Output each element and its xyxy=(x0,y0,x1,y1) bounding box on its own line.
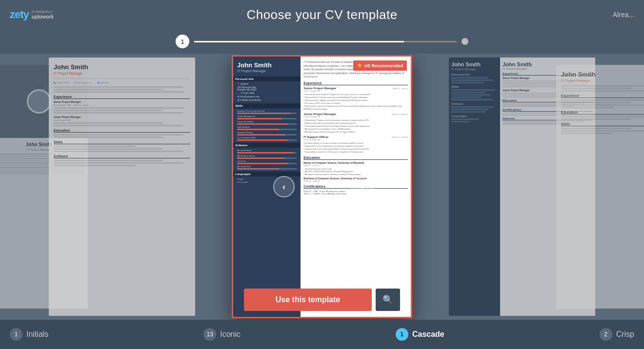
bottom-label-cascade[interactable]: 1 Cascade xyxy=(396,328,444,341)
iconic-cv-title: IT Project Manager xyxy=(54,72,190,75)
iconic-cv-preview: John Smith IT Project Manager 📞 798-987-… xyxy=(49,58,195,316)
logo-uptowork-text: uptowork xyxy=(32,14,54,19)
cascade-soft-ws: MS Windows Server xyxy=(237,155,297,159)
initials-label-text: Initials xyxy=(26,330,48,339)
cascade-skill-cs: Communication Skills xyxy=(237,136,297,141)
us-recommended-badge: ★ US Recommended xyxy=(353,60,407,71)
chevron-left-icon: ‹ xyxy=(282,182,285,192)
carousel-area: John Smith IT Project Manager Joh xyxy=(0,54,644,320)
iconic-soft-line-2 xyxy=(54,162,183,164)
iconic-exp-line-3 xyxy=(54,112,183,114)
iconic-line-2 xyxy=(54,89,163,90)
nav-arrow-left[interactable]: ‹ xyxy=(273,176,295,197)
bottom-labels-bar: 1 Initials 13 Iconic 1 Cascade 2 Crisp xyxy=(0,320,644,349)
iconic-skills-line-1 xyxy=(54,146,136,147)
crisp-sidebar: John Smith IT Project Manager Personal I… xyxy=(449,58,500,316)
iconic-exp-section: Experience xyxy=(54,95,190,99)
iconic-exp-line-1 xyxy=(54,107,183,109)
iconic-soft-section: Software xyxy=(54,155,190,158)
cascade-edu-title: Education xyxy=(303,156,408,160)
cascade-soft-me: Microsoft Excel xyxy=(237,165,297,170)
progress-step-1: 1 xyxy=(176,35,189,48)
cascade-skills-section: Skills xyxy=(233,103,301,108)
template-card-cascade[interactable]: ★ US Recommended John Smith IT Project M… xyxy=(232,55,412,318)
bottom-label-crisp[interactable]: 2 Crisp xyxy=(600,328,634,341)
logo-zety: zety xyxy=(10,8,29,21)
progress-dot-end xyxy=(462,38,468,45)
cascade-cv-layout: John Smith IT Project Manager Personal I… xyxy=(233,57,411,317)
progress-line xyxy=(194,41,457,42)
cascade-address-value: 130 Rightmeet WayPortland, ME 04522 xyxy=(237,86,297,91)
logo-formerly-text: FORMERLY xyxy=(32,10,54,15)
iconic-edu-section: Education xyxy=(54,129,190,133)
zoom-button[interactable]: 🔍 xyxy=(376,289,400,311)
crisp-software-label: Software xyxy=(451,102,498,105)
cascade-label-text: Cascade xyxy=(412,330,444,339)
crisp-label-text: Crisp xyxy=(616,330,634,339)
logo: zety FORMERLY uptowork xyxy=(10,8,54,21)
crisp-number: 2 xyxy=(600,328,612,341)
cascade-exp-itso: IT Support Officer 2002-08 - 2004-09 Gre… xyxy=(303,136,408,154)
iconic-soft-line-1 xyxy=(54,160,163,161)
iconic-cv-name: John Smith xyxy=(54,63,190,71)
iconic-edu-line-1 xyxy=(54,134,183,136)
crisp-title: IT Project Manager xyxy=(451,68,498,71)
nav-arrow-right[interactable]: › xyxy=(352,176,373,197)
cascade-number: 1 xyxy=(396,328,408,341)
template-card-far-right[interactable]: John Smith IT Project Manager Experience… xyxy=(556,65,644,309)
iconic-line-3 xyxy=(54,91,183,93)
chevron-right-icon: › xyxy=(361,182,364,192)
initials-number: 1 xyxy=(10,328,22,341)
logo-formerly-block: FORMERLY uptowork xyxy=(32,10,54,20)
iconic-skills-line-2 xyxy=(54,148,163,150)
action-buttons: Use this template 🔍 xyxy=(244,289,400,311)
cascade-exp-spm: Senior Project Manager 2006-12 - present… xyxy=(303,87,408,111)
iconic-edu-line-2 xyxy=(54,136,163,138)
template-track: John Smith IT Project Manager Joh xyxy=(0,54,644,320)
cascade-edu-bullets: • Graduated Summa Cum Laude. • Member of… xyxy=(303,168,408,176)
cascade-skill-ps: Project Scheduling xyxy=(237,120,297,125)
iconic-label-text: Iconic xyxy=(220,330,241,339)
crisp-personal-label: Personal Info xyxy=(451,73,498,76)
already-text: Alrea... xyxy=(613,11,634,19)
header: zety FORMERLY uptowork Choose your CV te… xyxy=(0,0,644,29)
cascade-exp-jpm: Junior Project Manager 2000-09 - 2006-12… xyxy=(303,113,408,134)
cascade-exp-title: Experience xyxy=(303,81,408,85)
cascade-skill-bpi: Business Process Improvement xyxy=(237,110,297,114)
use-template-button[interactable]: Use this template xyxy=(244,289,372,311)
crisp-skills-label: Skills xyxy=(451,85,498,88)
cascade-cv-name: John Smith xyxy=(237,61,297,69)
cascade-skill-sa: Sales Analysis xyxy=(237,126,297,130)
bottom-label-iconic[interactable]: 13 Iconic xyxy=(203,328,241,341)
iconic-line-1 xyxy=(54,86,183,88)
iconic-soft-line-3 xyxy=(54,165,136,166)
cascade-software-section: Software xyxy=(233,143,301,148)
cascade-skill-vm: Vendor Management xyxy=(237,115,297,119)
avatar-circle xyxy=(27,89,51,114)
zoom-icon: 🔍 xyxy=(382,294,393,305)
iconic-exp-line-5 xyxy=(54,125,183,126)
iconic-skills-section: Skills xyxy=(54,140,190,144)
cascade-phone: 📞 774-907-4028 xyxy=(237,92,297,95)
bottom-label-initials[interactable]: 1 Initials xyxy=(10,328,48,341)
iconic-number: 13 xyxy=(203,328,216,341)
iconic-skills-line-3 xyxy=(54,151,183,152)
crisp-lang-label: Languages xyxy=(451,115,498,117)
cascade-soft-lu: LinuxUnix xyxy=(237,160,297,164)
crisp-name: John Smith xyxy=(451,61,498,67)
far-right-cv-preview: John Smith IT Project Manager Experience… xyxy=(556,65,644,309)
cascade-linkedin: 🔗 linkedin.com/in/josite xyxy=(237,99,297,101)
cascade-lang-section: Languages xyxy=(233,172,301,176)
progress-bar-area: 1 xyxy=(0,29,644,54)
page-title: Choose your CV template xyxy=(246,7,397,22)
cascade-address-label: 📍 Address xyxy=(237,83,297,85)
cascade-email: ✉ John@upswork.com xyxy=(237,96,297,98)
star-icon: ★ xyxy=(357,62,362,69)
template-card-iconic[interactable]: John Smith IT Project Manager 📞 798-987-… xyxy=(49,58,195,316)
cascade-cv-title: IT Project Manager xyxy=(237,69,297,73)
iconic-exp-line-2 xyxy=(54,110,163,111)
progress-bar-container: 1 xyxy=(176,35,468,48)
cascade-soft-mp: Microsoft Project xyxy=(237,149,297,154)
iconic-exp-line-4 xyxy=(54,122,163,124)
us-badge-text: US Recommended xyxy=(364,63,403,68)
